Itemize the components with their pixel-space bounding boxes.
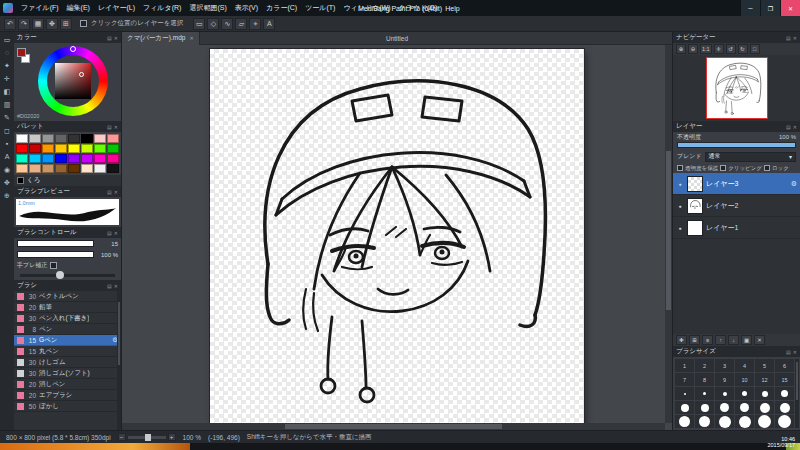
brush-size-preset[interactable] (755, 401, 774, 414)
palette-swatch[interactable] (42, 154, 54, 163)
panel-close-icon[interactable]: ✕ (793, 349, 797, 355)
snap-radial-icon[interactable]: ⌖ (249, 18, 261, 30)
menu-edit[interactable]: 編集(E) (63, 3, 94, 13)
palette-swatch[interactable] (29, 144, 41, 153)
menu-color[interactable]: カラー(C) (262, 3, 301, 13)
clipping-checkbox[interactable] (720, 165, 726, 171)
brush-size-preset[interactable]: 4 (735, 359, 754, 372)
brush-size-scrollbar[interactable] (795, 359, 799, 428)
panel-menu-icon[interactable]: ▤ (107, 124, 112, 130)
brush-size-preset[interactable]: 9 (715, 373, 734, 386)
palette-swatch[interactable] (94, 154, 106, 163)
nav-rotate-right-icon[interactable]: ↻ (738, 44, 748, 54)
lock-checkbox[interactable] (764, 165, 770, 171)
stabilizer-checkbox[interactable] (50, 262, 57, 269)
nav-actual-size-icon[interactable]: 1:1 (700, 44, 712, 54)
palette-swatch[interactable] (94, 164, 106, 173)
brush-size-preset[interactable]: 6 (775, 359, 794, 372)
brush-opacity-slider[interactable] (17, 251, 94, 258)
add-layer-icon[interactable]: ✚ (676, 335, 687, 345)
palette-swatch[interactable] (55, 144, 67, 153)
zoom-in-icon[interactable]: + (168, 433, 176, 441)
text-tool-icon[interactable]: A (263, 18, 275, 30)
palette-swatch[interactable] (81, 164, 93, 173)
palette-swatch[interactable] (81, 134, 93, 143)
brush-size-preset[interactable] (735, 387, 754, 400)
zoom-slider[interactable] (128, 436, 166, 439)
snap-parallel-icon[interactable]: ◇ (207, 18, 219, 30)
brush-item[interactable]: 20 鉛筆 (14, 302, 121, 313)
palette-swatch[interactable] (107, 164, 119, 173)
brush-size-preset[interactable] (775, 415, 794, 428)
brush-size-preset[interactable] (675, 415, 694, 428)
brush-item-selected[interactable]: 15 Gペン ⚙ (14, 335, 121, 346)
palette-swatch[interactable] (29, 164, 41, 173)
brush-size-preset[interactable] (715, 401, 734, 414)
zoom-out-icon[interactable]: − (118, 433, 126, 441)
menu-window[interactable]: ウィンドウ(W) (339, 3, 394, 13)
brush-item[interactable]: 30 けしゴム (14, 357, 121, 368)
panel-menu-icon[interactable]: ▤ (786, 349, 791, 355)
taskbar-clock[interactable]: 10:46 2015/09/17 (767, 436, 795, 448)
brush-item[interactable]: 30 消しゴム(ソフト) (14, 368, 121, 379)
brush-size-preset[interactable]: 3 (715, 359, 734, 372)
palette-swatch[interactable] (81, 154, 93, 163)
panel-close-icon[interactable]: ✕ (114, 124, 118, 130)
gradient-tool-icon[interactable]: ▥ (1, 99, 13, 111)
palette-swatch[interactable] (68, 154, 80, 163)
eyedropper-tool-icon[interactable]: ◉ (1, 164, 13, 176)
brush-size-preset[interactable] (735, 415, 754, 428)
brush-size-preset[interactable] (675, 387, 694, 400)
brush-tool-icon[interactable]: ✎ (1, 112, 13, 124)
palette-swatch[interactable] (55, 164, 67, 173)
brush-size-preset[interactable]: 15 (775, 373, 794, 386)
brush-item[interactable]: 20 消しペン (14, 379, 121, 390)
menu-select[interactable]: 選択範囲(S) (185, 3, 230, 13)
move-mode-icon[interactable]: ✥ (46, 18, 58, 30)
brush-size-preset[interactable] (715, 415, 734, 428)
palette-swatch[interactable] (16, 134, 28, 143)
brush-item[interactable]: 50 ぼかし (14, 401, 121, 412)
palette-swatch[interactable] (42, 134, 54, 143)
brush-item[interactable]: 20 エアブラシ (14, 390, 121, 401)
duplicate-layer-icon[interactable]: ⊞ (689, 335, 700, 345)
brush-size-preset[interactable] (735, 401, 754, 414)
menu-layer[interactable]: レイヤー(L) (94, 3, 139, 13)
canvas-viewport[interactable] (122, 45, 672, 430)
panel-menu-icon[interactable]: ▤ (107, 283, 112, 289)
drawing-canvas[interactable] (210, 49, 584, 423)
tab-close-icon[interactable]: ✕ (189, 35, 193, 41)
brush-item[interactable]: 8 ペン (14, 324, 121, 335)
foreground-color-swatch[interactable] (17, 48, 26, 57)
panel-menu-icon[interactable]: ▤ (107, 189, 112, 195)
nav-rotate-left-icon[interactable]: ↺ (726, 44, 736, 54)
palette-swatch[interactable] (16, 164, 28, 173)
panel-close-icon[interactable]: ✕ (114, 35, 118, 41)
text-tool-icon[interactable]: A (1, 151, 13, 163)
panel-close-icon[interactable]: ✕ (793, 124, 797, 130)
layer-settings-gear-icon[interactable]: ⚙ (791, 180, 797, 188)
stabilizer-slider[interactable] (20, 274, 115, 277)
palette-swatch[interactable] (68, 144, 80, 153)
snap-toggle-icon[interactable]: ⊞ (60, 18, 72, 30)
dot-tool-icon[interactable]: ▪ (1, 138, 13, 150)
panel-menu-icon[interactable]: ▤ (107, 35, 112, 41)
navigator-thumbnail[interactable] (707, 58, 767, 118)
snap-curve-icon[interactable]: ∿ (221, 18, 233, 30)
brush-size-preset[interactable]: 7 (675, 373, 694, 386)
move-tool-icon[interactable]: ✛ (1, 73, 13, 85)
panel-menu-icon[interactable]: ▤ (786, 124, 791, 130)
maximize-button[interactable]: ❐ (761, 0, 780, 16)
brush-size-preset[interactable]: 5 (755, 359, 774, 372)
document-tab[interactable]: クマ(パーカー).mdp ✕ (122, 32, 200, 45)
palette-swatch[interactable] (94, 134, 106, 143)
palette-swatch[interactable] (81, 144, 93, 153)
zoom-slider-knob[interactable] (145, 434, 151, 441)
menu-view[interactable]: 表示(V) (231, 3, 262, 13)
canvas-vertical-scrollbar[interactable] (665, 45, 672, 423)
palette-swatch[interactable] (55, 134, 67, 143)
brush-size-preset[interactable] (775, 401, 794, 414)
brush-size-preset[interactable]: 10 (735, 373, 754, 386)
zoom-tool-icon[interactable]: ⊕ (1, 190, 13, 202)
undo-icon[interactable]: ↶ (4, 18, 16, 30)
